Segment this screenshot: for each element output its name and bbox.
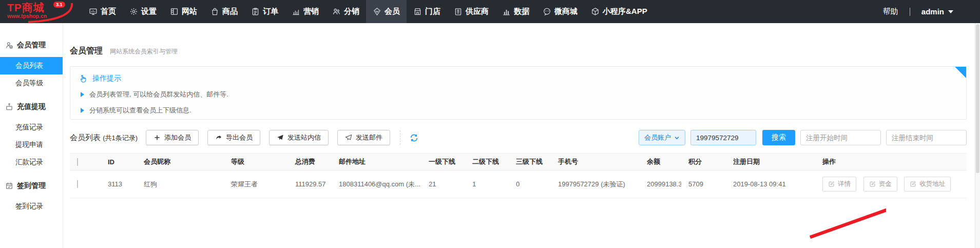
version-badge: 3.1 <box>53 2 65 8</box>
cell-points: 5709 <box>681 180 726 188</box>
col-header-points: 积分 <box>681 157 726 166</box>
sidebar-item-member-level[interactable]: 会员等级 <box>0 74 63 92</box>
sidebar-item-member-list[interactable]: 会员列表 <box>0 57 63 74</box>
send-email-button[interactable]: 发送邮件 <box>337 130 390 145</box>
cell-nickname: 红狗 <box>137 180 224 189</box>
nav-item-marketing[interactable]: 营销 <box>285 0 325 23</box>
vertical-scrollbar[interactable] <box>975 23 980 248</box>
record-count: (共1条记录) <box>103 134 138 142</box>
wechat-icon <box>543 7 551 16</box>
trend-chart-icon <box>292 7 300 16</box>
col-header-downline-l1: 一级下线 <box>421 157 465 166</box>
row-checkbox[interactable] <box>77 180 78 188</box>
edit-icon <box>910 181 916 187</box>
cell-actions: 详情 资金 收货地址 <box>815 177 967 192</box>
select-all-checkbox[interactable] <box>77 158 78 166</box>
sidebar-item-recharge-records[interactable]: 充值记录 <box>0 119 63 136</box>
col-header-id: ID <box>101 158 137 166</box>
nav-right-area: 帮助 admin <box>883 0 980 23</box>
nav-item-orders[interactable]: 订单 <box>244 0 285 23</box>
nav-item-website[interactable]: 网站 <box>163 0 204 23</box>
nav-label: 网站 <box>182 7 197 16</box>
refresh-button[interactable] <box>410 133 418 142</box>
bullet-triangle-icon <box>81 108 84 113</box>
main-content: 会员管理 网站系统会员索引与管理 操作提示 会员列表管理, 可以给会员群发站内信… <box>64 23 980 248</box>
register-end-date-input[interactable] <box>886 130 967 145</box>
username: admin <box>921 7 944 16</box>
send-outline-icon <box>345 134 352 141</box>
gear-icon <box>129 7 138 16</box>
list-title: 会员列表 (共1条记录) <box>70 133 138 143</box>
cell-downline-l1: 21 <box>421 180 465 188</box>
search-field-select[interactable]: 会员账户 <box>639 130 685 145</box>
hand-pointer-icon <box>80 74 88 83</box>
register-start-date-input[interactable] <box>800 130 881 145</box>
col-header-email: 邮件地址 <box>332 157 421 166</box>
button-label: 发送站内信 <box>287 133 321 142</box>
col-header-phone: 手机号 <box>551 157 640 166</box>
col-header-nickname: 会员昵称 <box>137 157 224 166</box>
caret-down-icon <box>948 10 953 13</box>
sidebar-group-signin[interactable]: 签到管理 <box>0 178 63 194</box>
nav-item-miniapp[interactable]: 小程序&APP <box>584 0 654 23</box>
col-header-register-date: 注册日期 <box>726 157 815 166</box>
sidebar-group-recharge[interactable]: 充值提现 <box>0 99 63 115</box>
nav-label: 首页 <box>101 7 116 16</box>
button-label: 导出会员 <box>226 133 253 142</box>
list-title-text: 会员列表 <box>70 133 101 142</box>
refresh-icon <box>410 133 418 142</box>
search-area: 会员账户 搜索 <box>639 130 967 145</box>
keyword-input[interactable] <box>690 130 756 145</box>
sidebar: 会员管理 会员列表 会员等级 充值提现 充值记录 提现申请 汇款记录 签到管理 … <box>0 23 63 248</box>
monitor-icon <box>89 7 98 16</box>
tips-title: 操作提示 <box>92 74 121 83</box>
nav-item-stores[interactable]: 门店 <box>407 0 447 23</box>
deposit-box-icon <box>5 103 13 111</box>
operation-tips-panel: 操作提示 会员列表管理, 可以给会员群发站内信、邮件等. 分销系统可以查看会员上… <box>70 66 967 120</box>
edit-icon <box>869 181 876 187</box>
table-row: 3113 红狗 荣耀王者 111929.57 1808311406@qq.com… <box>70 170 967 198</box>
export-members-button[interactable]: 导出会员 <box>207 130 260 145</box>
document-list-icon <box>454 7 463 16</box>
cell-id: 3113 <box>101 180 137 188</box>
nav-label: 商品 <box>222 7 238 16</box>
brand-domain: www.tpshop.cn <box>7 13 78 19</box>
clipboard-icon <box>251 7 260 16</box>
sidebar-item-signin-records[interactable]: 签到记录 <box>0 198 63 215</box>
send-site-message-button[interactable]: 发送站内信 <box>269 130 329 145</box>
shipping-address-button[interactable]: 收货地址 <box>904 177 951 192</box>
panel-fold-corner[interactable] <box>955 67 966 78</box>
brand-logo[interactable]: TP商城 3.1 www.tpshop.cn <box>0 0 78 23</box>
nav-item-suppliers[interactable]: 供应商 <box>447 0 495 23</box>
detail-button[interactable]: 详情 <box>822 177 856 192</box>
sidebar-group-member-manage[interactable]: 会员管理 <box>0 37 63 53</box>
col-header-downline-l2: 二级下线 <box>465 157 509 166</box>
nav-item-goods[interactable]: 商品 <box>204 0 244 23</box>
nav-item-data[interactable]: 数据 <box>495 0 536 23</box>
nav-divider <box>910 8 910 16</box>
cell-register-date: 2019-08-13 09:41 <box>726 180 815 188</box>
chevron-down-icon <box>674 135 680 141</box>
member-check-icon <box>5 41 13 49</box>
scrollbar-thumb[interactable] <box>976 24 979 173</box>
nav-label: 订单 <box>263 7 278 16</box>
search-button[interactable]: 搜索 <box>762 130 795 145</box>
sidebar-item-withdraw-apply[interactable]: 提现申请 <box>0 136 63 154</box>
brand-name: TP商城 <box>7 2 78 13</box>
user-menu[interactable]: admin <box>921 7 953 16</box>
nav-item-home[interactable]: 首页 <box>82 0 123 23</box>
help-link[interactable]: 帮助 <box>883 7 898 16</box>
col-header-balance: 余额 <box>640 157 681 166</box>
nav-item-settings[interactable]: 设置 <box>123 0 163 23</box>
layout-icon <box>170 7 179 16</box>
nav-item-distribution[interactable]: 分销 <box>325 0 366 23</box>
sidebar-item-remittance-records[interactable]: 汇款记录 <box>0 154 63 171</box>
people-icon <box>332 7 341 16</box>
nav-item-wechat-mall[interactable]: 微商城 <box>536 0 584 23</box>
cell-total-spend: 111929.57 <box>288 180 332 188</box>
nav-item-members[interactable]: 会员 <box>366 0 407 23</box>
funds-button[interactable]: 资金 <box>863 177 897 192</box>
add-member-button[interactable]: 添加会员 <box>146 130 199 145</box>
col-header-total-spend: 总消费 <box>288 157 332 166</box>
export-arrow-icon <box>215 134 222 141</box>
